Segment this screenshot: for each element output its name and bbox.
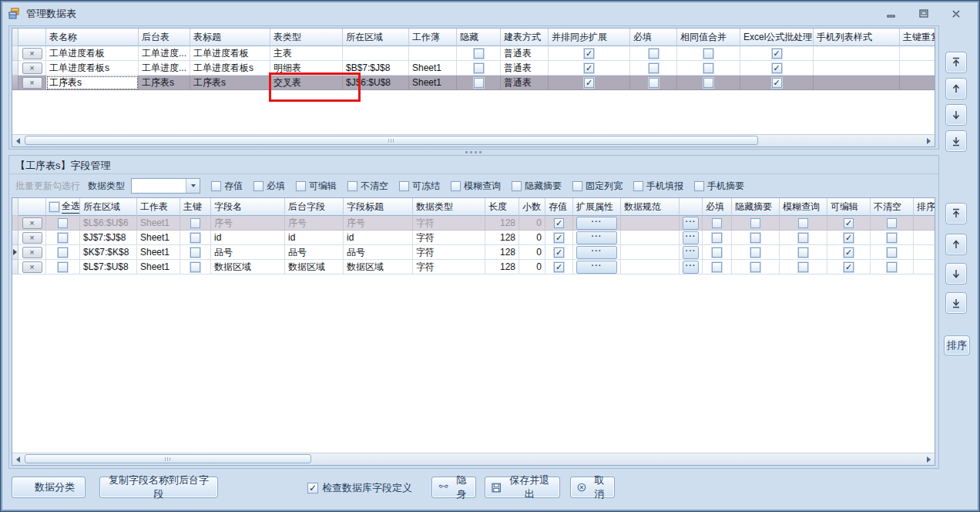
column-header[interactable]: 必填: [630, 29, 677, 46]
ellipsis-button[interactable]: ···: [683, 246, 699, 259]
cell[interactable]: 工序表s: [190, 76, 270, 90]
checkbox[interactable]: [512, 181, 522, 191]
cell[interactable]: [621, 216, 680, 231]
cell[interactable]: [871, 260, 914, 275]
checkbox[interactable]: [887, 248, 897, 258]
checkbox[interactable]: [58, 233, 68, 243]
cell[interactable]: ×: [18, 46, 46, 61]
cell[interactable]: [180, 231, 211, 245]
checkbox[interactable]: ✓: [844, 262, 854, 272]
column-header[interactable]: 扩展属性: [573, 198, 621, 216]
cell[interactable]: $J$7:$J$8: [80, 231, 137, 245]
checkbox[interactable]: [887, 262, 897, 272]
column-header[interactable]: 可编辑: [827, 198, 871, 216]
cell[interactable]: 数据区域: [211, 260, 285, 275]
checkbox[interactable]: [633, 181, 643, 191]
column-header[interactable]: 隐藏: [457, 29, 501, 46]
toolbar-checkbox-item[interactable]: 模糊查询: [451, 180, 501, 193]
cell[interactable]: ···: [573, 260, 621, 275]
cell[interactable]: ✓: [740, 46, 814, 61]
cell[interactable]: 字符: [413, 245, 485, 260]
checkbox[interactable]: [887, 218, 897, 228]
cell[interactable]: [732, 260, 780, 275]
delete-row-button[interactable]: ×: [22, 48, 42, 59]
column-header[interactable]: 隐藏摘要: [732, 198, 780, 216]
toolbar-checkbox-item[interactable]: 必填: [253, 180, 285, 193]
cell[interactable]: Sheet1: [137, 231, 180, 245]
checkbox[interactable]: ✓: [772, 78, 782, 88]
column-header[interactable]: 表标题: [190, 29, 270, 46]
cell[interactable]: ✓: [827, 216, 871, 231]
checkbox[interactable]: [703, 78, 713, 88]
cell[interactable]: ✓: [827, 245, 871, 260]
checkbox[interactable]: [49, 202, 59, 212]
column-header[interactable]: 工作表: [137, 198, 180, 216]
checkbox[interactable]: [887, 233, 897, 243]
cell[interactable]: [871, 231, 914, 245]
checkbox[interactable]: [712, 218, 722, 228]
checkbox[interactable]: [190, 233, 200, 243]
maximize-icon[interactable]: [915, 7, 933, 21]
cell[interactable]: 序号: [344, 216, 413, 231]
cell[interactable]: [630, 46, 677, 61]
cell[interactable]: 主表: [270, 46, 343, 61]
toolbar-checkbox-item[interactable]: 可编辑: [296, 180, 337, 193]
cell[interactable]: [180, 245, 211, 260]
cell[interactable]: 128: [485, 231, 519, 245]
cell[interactable]: 序号: [211, 216, 285, 231]
cell[interactable]: [703, 260, 732, 275]
row-header[interactable]: [12, 216, 18, 231]
cell[interactable]: [703, 216, 732, 231]
cell[interactable]: 128: [485, 260, 519, 275]
cell[interactable]: [814, 61, 900, 76]
scroll-right-icon[interactable]: [923, 135, 935, 147]
cell[interactable]: [780, 216, 827, 231]
cell[interactable]: [621, 260, 680, 275]
cell[interactable]: $L$7:$U$8: [80, 260, 137, 275]
cell[interactable]: [914, 231, 935, 245]
checkbox[interactable]: [190, 262, 200, 272]
cell[interactable]: 工单进度...: [139, 61, 190, 76]
move-top-button[interactable]: [945, 52, 967, 73]
cell[interactable]: 普通表: [501, 76, 549, 90]
cell[interactable]: 品号: [344, 245, 413, 260]
ellipsis-button[interactable]: ···: [683, 261, 699, 274]
checkbox[interactable]: [58, 218, 68, 228]
row-header[interactable]: [12, 76, 18, 90]
toolbar-checkbox-item[interactable]: 隐藏摘要: [512, 180, 562, 193]
cell[interactable]: [46, 260, 80, 275]
cell[interactable]: ✓: [545, 231, 573, 245]
cell[interactable]: 工序表s: [46, 76, 139, 90]
cell[interactable]: 工单进度...: [139, 46, 190, 61]
checkbox[interactable]: [750, 218, 760, 228]
cell[interactable]: [900, 46, 935, 61]
cell[interactable]: [732, 216, 780, 231]
cell[interactable]: [780, 231, 827, 245]
move-bottom-button[interactable]: [945, 130, 967, 152]
toolbar-checkbox-item[interactable]: 存值: [211, 180, 243, 193]
ellipsis-button[interactable]: ···: [576, 261, 617, 274]
cell[interactable]: [780, 260, 827, 275]
checkbox[interactable]: [253, 181, 263, 191]
checkbox[interactable]: [798, 248, 808, 258]
delete-row-button[interactable]: ×: [22, 217, 42, 229]
table-row[interactable]: ×工单进度看板s工单进度...工单进度看板s明细表$B$7:$J$8Sheet1…: [12, 61, 935, 76]
cell[interactable]: [814, 76, 900, 90]
column-header[interactable]: 手机列表样式: [814, 29, 900, 46]
column-header[interactable]: 并排同步扩展: [549, 29, 630, 46]
delete-row-button[interactable]: ×: [22, 232, 42, 244]
cell[interactable]: [703, 245, 732, 260]
tables-grid[interactable]: 表名称后台表表标题表类型所在区域工作薄隐藏建表方式并排同步扩展必填相同值合并Ex…: [12, 28, 935, 147]
cell[interactable]: ×: [18, 61, 46, 76]
column-header[interactable]: 主键重复提: [900, 29, 935, 46]
checkbox[interactable]: ✓: [584, 63, 594, 73]
cell[interactable]: 工单进度看板s: [190, 61, 270, 76]
cell[interactable]: [677, 46, 740, 61]
checkbox[interactable]: ✓: [844, 233, 854, 243]
toolbar-checkbox-item[interactable]: 不清空: [347, 180, 388, 193]
column-header[interactable]: 不清空: [871, 198, 914, 216]
cell[interactable]: [46, 216, 80, 231]
cell[interactable]: $L$6:$U$6: [80, 216, 137, 231]
cell[interactable]: 工单进度看板: [190, 46, 270, 61]
checkbox[interactable]: ✓: [844, 218, 854, 228]
